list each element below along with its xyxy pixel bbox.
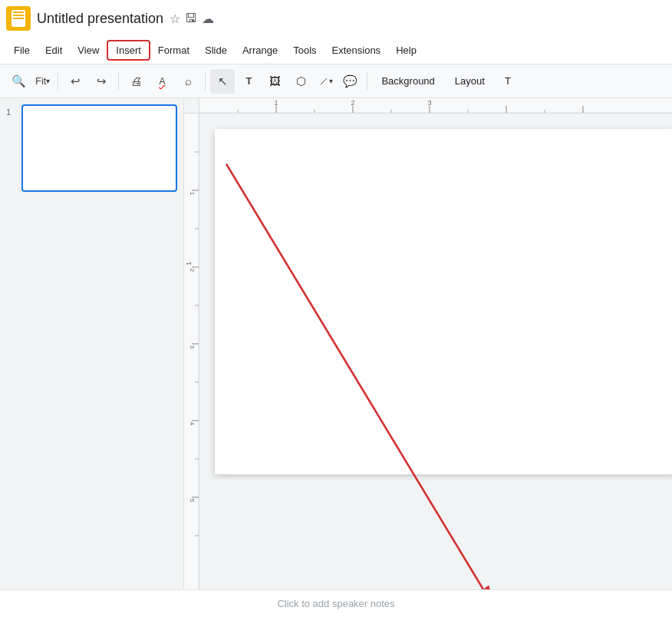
presentation-title[interactable]: Untitled presentation: [37, 11, 163, 27]
toolbar-separator-1: [58, 72, 58, 91]
zoom-dropdown-icon: ▾: [46, 77, 50, 85]
toolbar-separator-3: [205, 72, 206, 91]
svg-text:1: 1: [185, 262, 193, 266]
ruler-h-svg: 1 2 3: [199, 98, 672, 114]
menu-insert[interactable]: Insert: [107, 40, 150, 61]
svg-text:4: 4: [189, 422, 196, 426]
menu-tools[interactable]: Tools: [285, 41, 324, 59]
ruler-v-svg: 1 1 2 3 4 5: [184, 114, 199, 589]
text-tool-button[interactable]: T: [236, 69, 261, 94]
redo-button[interactable]: ↪: [89, 69, 114, 94]
slide-1-number: 1: [6, 104, 17, 117]
layout-button[interactable]: Layout: [446, 69, 494, 94]
line-tool-button[interactable]: ⟋▾: [315, 69, 336, 94]
menu-format[interactable]: Format: [150, 41, 197, 59]
save-to-drive-icon[interactable]: 🖫: [185, 12, 197, 25]
select-tool-button[interactable]: ↖: [210, 69, 235, 94]
spellcheck-button[interactable]: A: [150, 69, 174, 94]
menu-view[interactable]: View: [70, 41, 107, 59]
svg-text:5: 5: [189, 499, 196, 503]
slide-canvas[interactable]: [199, 114, 672, 589]
ruler-corner: [184, 98, 199, 114]
menu-edit[interactable]: Edit: [38, 41, 70, 59]
slide-page[interactable]: [215, 129, 672, 474]
notes-placeholder: Click to add speaker notes: [277, 598, 394, 609]
toolbar-separator-2: [118, 72, 119, 91]
zoom-label: Fit: [35, 75, 46, 87]
canvas-area: 1 2 3: [184, 98, 672, 589]
undo-button[interactable]: ↩: [63, 69, 87, 94]
svg-text:1: 1: [274, 99, 278, 107]
theme-button[interactable]: T: [496, 69, 520, 94]
background-button[interactable]: Background: [372, 69, 443, 94]
app-icon-inner: [12, 10, 25, 27]
slide-1-container: 1: [6, 104, 177, 192]
toolbar: 🔍 Fit ▾ ↩ ↪ 🖨 A ⌕ ↖ T 🖼 ⬡ ⟋▾ 💬 Backgroun…: [0, 64, 672, 98]
slide-panel: 1: [0, 98, 184, 589]
zoom-search-button[interactable]: ⌕: [176, 69, 200, 94]
menu-file[interactable]: File: [6, 41, 38, 59]
svg-text:2: 2: [351, 99, 354, 107]
cloud-save-icon[interactable]: ☁: [202, 12, 214, 26]
print-button[interactable]: 🖨: [124, 69, 148, 94]
svg-text:2: 2: [189, 269, 196, 272]
menu-extensions[interactable]: Extensions: [324, 41, 389, 59]
notes-area[interactable]: Click to add speaker notes: [0, 589, 672, 617]
shape-tool-button[interactable]: ⬡: [288, 69, 313, 94]
star-icon[interactable]: ☆: [170, 12, 180, 26]
svg-text:3: 3: [427, 99, 431, 107]
menu-bar: File Edit View Insert Format Slide Arran…: [0, 37, 672, 64]
menu-slide[interactable]: Slide: [197, 41, 235, 59]
svg-text:3: 3: [189, 345, 196, 349]
image-tool-button[interactable]: 🖼: [262, 69, 287, 94]
zoom-menu-button[interactable]: Fit ▾: [32, 69, 53, 94]
menu-help[interactable]: Help: [388, 41, 424, 59]
slide-1-thumbnail[interactable]: [21, 104, 177, 192]
menu-arrange[interactable]: Arrange: [235, 41, 285, 59]
app-icon: [6, 6, 31, 31]
svg-text:1: 1: [189, 192, 196, 196]
main-area: 1 1 2 3: [0, 98, 672, 589]
title-icons: ☆ 🖫 ☁: [170, 12, 214, 26]
comment-tool-button[interactable]: 💬: [338, 69, 362, 94]
toolbar-separator-4: [367, 72, 367, 91]
ruler-vertical: 1 1 2 3 4 5: [184, 114, 199, 589]
title-bar: Untitled presentation ☆ 🖫 ☁: [0, 0, 672, 37]
zoom-out-button[interactable]: 🔍: [6, 69, 31, 94]
ruler-horizontal: 1 2 3: [199, 98, 672, 114]
